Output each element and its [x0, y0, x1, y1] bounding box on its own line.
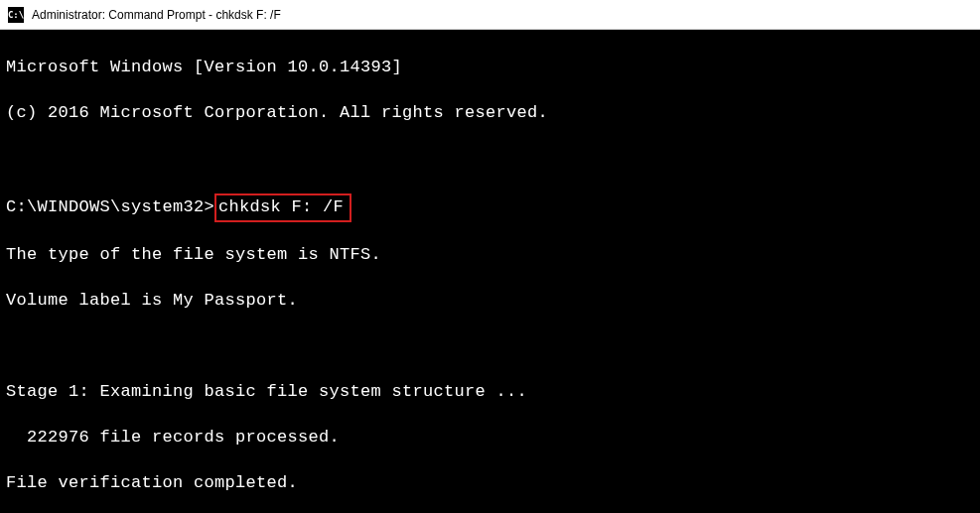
console-line-blank	[6, 335, 974, 358]
cmd-icon: C:\	[8, 7, 24, 23]
console-line-blank	[6, 148, 974, 171]
console-prompt-prefix: C:\WINDOWS\system32>	[6, 196, 214, 219]
command-highlight: chkdsk F: /F	[214, 193, 351, 222]
console-line-fstype: The type of the file system is NTFS.	[6, 244, 974, 267]
titlebar[interactable]: C:\ Administrator: Command Prompt - chkd…	[0, 0, 980, 30]
console-line-stage1-verify: File verification completed.	[6, 472, 974, 495]
console-output[interactable]: Microsoft Windows [Version 10.0.14393] (…	[0, 30, 980, 513]
console-line-copyright: (c) 2016 Microsoft Corporation. All righ…	[6, 102, 974, 125]
console-line-stage1: Stage 1: Examining basic file system str…	[6, 381, 974, 404]
command-prompt-window: C:\ Administrator: Command Prompt - chkd…	[0, 0, 980, 513]
console-line-volume: Volume label is My Passport.	[6, 290, 974, 313]
console-line-stage1-records: 222976 file records processed.	[6, 427, 974, 449]
console-prompt-line: C:\WINDOWS\system32>chkdsk F: /F	[6, 193, 974, 222]
window-title: Administrator: Command Prompt - chkdsk F…	[32, 8, 281, 22]
console-line-version: Microsoft Windows [Version 10.0.14393]	[6, 57, 974, 79]
cmd-icon-text: C:\	[8, 10, 24, 20]
